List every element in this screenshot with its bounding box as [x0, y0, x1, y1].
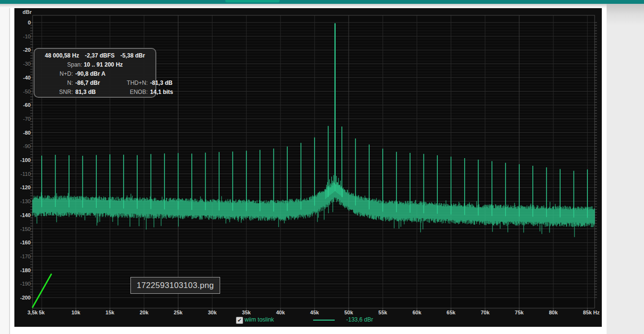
series-checkbox[interactable]: ✔ — [236, 317, 243, 324]
y-tick-label: -30 — [23, 61, 31, 67]
x-tick-label: 60k — [412, 310, 422, 315]
y-tick-label: -50 — [23, 89, 31, 94]
left-divider-line — [9, 8, 10, 334]
y-tick-label: -110 — [21, 171, 31, 177]
x-tick-label: 65k — [446, 310, 456, 315]
cursor-dbr: -5,38 dBr — [120, 52, 145, 59]
enob-label: ENOB: — [111, 88, 148, 97]
y-tick-label: -130 — [20, 198, 31, 204]
x-tick-label: 3,5k — [27, 310, 38, 315]
y-tick-label: -200 — [20, 295, 31, 300]
y-tick-label: 0 — [28, 20, 31, 25]
measurement-info-box: 48 000,58 Hz-2,37 dBFS-5,38 dBr Span: 10… — [34, 48, 156, 98]
cursor-readout-row: 48 000,58 Hz-2,37 dBFS-5,38 dBr — [38, 51, 152, 60]
series-color-swatch — [313, 320, 335, 321]
right-page-panel — [607, 4, 644, 334]
nd-row: N+D: -90,8 dBr A — [38, 69, 152, 79]
n-label: N: — [38, 79, 73, 88]
x-tick-label: 70k — [480, 310, 490, 315]
x-tick-label: 75k — [515, 310, 524, 315]
y-tick-label: -140 — [20, 212, 31, 218]
series-name-label[interactable]: wiim toslink — [245, 316, 274, 323]
x-tick-label: 20k — [140, 310, 149, 315]
y-tick-label: -100 — [20, 157, 31, 163]
snr-label: SNR: — [38, 88, 73, 97]
x-tick-label: 85k — [583, 310, 592, 315]
enob-value: 14,1 bits — [150, 88, 173, 97]
x-tick-label: 30k — [208, 310, 217, 315]
y-tick-label: -70 — [23, 116, 31, 122]
series-level-value: -133,6 dBr — [346, 316, 373, 323]
filename-text: 1722593103103.png — [137, 281, 214, 290]
y-tick-label: -60 — [23, 102, 31, 108]
y-tick-label: -90 — [23, 143, 31, 149]
y-tick-label: -40 — [23, 75, 31, 81]
x-tick-label: 55k — [378, 310, 387, 315]
x-unit-label: Hz — [593, 310, 600, 315]
span-value: 10 .. 91 200 Hz — [84, 61, 123, 68]
top-gradient-strip — [0, 4, 644, 8]
span-row: Span: 10 .. 91 200 Hz — [38, 60, 152, 69]
x-tick-label: 50k — [344, 310, 353, 315]
y-tick-label: -160 — [20, 240, 31, 245]
snr-value: 81,3 dB — [75, 88, 109, 97]
thdn-label: THD+N: — [111, 79, 148, 88]
y-tick-label: -150 — [20, 226, 31, 232]
cursor-frequency: 48 000,58 Hz — [45, 52, 79, 59]
y-tick-label: -180 — [20, 267, 31, 273]
span-label: Span: — [67, 61, 82, 68]
nd-value: -90,8 dBr A — [75, 69, 152, 79]
x-tick-label: 5k — [39, 310, 45, 315]
y-tick-label: -10 — [23, 34, 31, 39]
thdn-value: -81,3 dB — [150, 79, 173, 88]
y-tick-label: -170 — [20, 253, 31, 259]
y-tick-label: -20 — [23, 47, 31, 53]
x-tick-label: 40k — [276, 310, 285, 315]
page-left-margin — [0, 8, 9, 334]
spectrum-analyzer-window: dBr0-10-20-30-40-50-60-70-80-90-100-110-… — [14, 8, 602, 327]
n-value: -86,7 dBr — [75, 79, 109, 88]
top-accent-segment — [225, 0, 280, 2]
y-unit-label: dBr — [23, 9, 32, 15]
y-tick-label: -190 — [20, 281, 31, 287]
n-thdn-row: N: -86,7 dBr THD+N: -81,3 dB — [38, 79, 152, 88]
x-tick-label: 10k — [71, 310, 81, 315]
x-tick-label: 35k — [242, 310, 251, 315]
cursor-dbfs: -2,37 dBFS — [85, 52, 115, 59]
y-tick-label: -120 — [20, 184, 31, 190]
x-tick-label: 25k — [174, 310, 183, 315]
top-accent-bar — [0, 0, 644, 4]
legend-row: ✔ wiim toslink -133,6 dBr — [14, 315, 602, 327]
x-tick-label: 80k — [549, 310, 558, 315]
snr-enob-row: SNR: 81,3 dB ENOB: 14,1 bits — [38, 88, 152, 97]
x-tick-label: 45k — [310, 310, 319, 315]
nd-label: N+D: — [38, 69, 73, 79]
check-icon: ✔ — [237, 317, 242, 323]
filename-label-box: 1722593103103.png — [130, 277, 220, 294]
x-tick-label: 15k — [105, 310, 115, 315]
y-tick-label: -80 — [23, 130, 31, 136]
